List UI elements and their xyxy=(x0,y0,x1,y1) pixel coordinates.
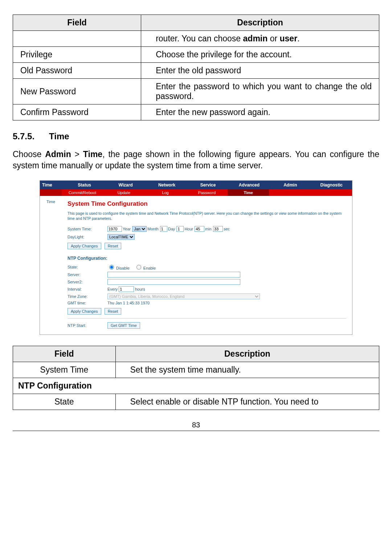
hour-input[interactable] xyxy=(195,226,204,232)
month-val-input[interactable] xyxy=(160,226,167,232)
subtab-log[interactable]: Log xyxy=(145,189,186,196)
field-description-table-2: Field Description System Time Set the sy… xyxy=(13,346,379,410)
sub-tab-bar: Commit/Reboot Update Log Password Time xyxy=(40,189,352,196)
table1-header-field: Field xyxy=(13,15,141,31)
system-time-row: System Time: Year Jan Month Day Hour min… xyxy=(68,226,346,232)
table-row: Privilege Choose the privilege for the a… xyxy=(13,47,379,63)
section-paragraph: Choose Admin > Time, the page shown in t… xyxy=(13,149,379,171)
field-description-table-1: Field Description router. You can choose… xyxy=(13,15,379,120)
table-row: router. You can choose admin or user. xyxy=(13,31,379,47)
table-row: Confirm Password Enter the new password … xyxy=(13,104,379,120)
main-tab-bar: Time Status Wizard Network Service Advan… xyxy=(40,181,352,189)
reset-button-2[interactable]: Reset xyxy=(105,308,122,315)
tab-diagnostic[interactable]: Diagnostic xyxy=(311,181,352,189)
tab-left-label: Time xyxy=(40,181,64,189)
server-input[interactable] xyxy=(107,272,240,278)
cell: router. You can choose admin or user. xyxy=(141,31,379,47)
table2-header-desc: Description xyxy=(115,346,379,362)
apply-changes-button[interactable]: Apply Changes xyxy=(68,243,101,249)
reset-button[interactable]: Reset xyxy=(105,243,122,249)
ntp-state-row: State: Disable Enable xyxy=(68,264,346,270)
subtab-update[interactable]: Update xyxy=(103,189,144,196)
server2-input[interactable] xyxy=(107,279,240,285)
ntp-config-heading: NTP Configuration: xyxy=(68,256,346,261)
config-hint: This page is used to configure the syste… xyxy=(68,211,346,221)
tab-admin[interactable]: Admin xyxy=(270,181,311,189)
year-input[interactable] xyxy=(107,226,122,232)
tab-network[interactable]: Network xyxy=(146,181,187,189)
tab-service[interactable]: Service xyxy=(187,181,228,189)
table1-header-desc: Description xyxy=(141,15,379,31)
apply-changes-button-2[interactable]: Apply Changes xyxy=(68,308,101,315)
config-heading: System Time Configuration xyxy=(68,200,346,208)
tab-advanced[interactable]: Advanced xyxy=(229,181,270,189)
subtab-password[interactable]: Password xyxy=(186,189,228,196)
subtab-commit[interactable]: Commit/Reboot xyxy=(62,189,103,196)
min-input[interactable] xyxy=(213,226,223,232)
sidebar: Time xyxy=(40,196,62,335)
table-row: State Select enable or disable NTP funct… xyxy=(13,394,379,410)
table-row: New Password Enter the password to which… xyxy=(13,79,379,104)
section-heading: 5.7.5.Time xyxy=(13,131,379,141)
page-number: 83 xyxy=(192,421,200,429)
gmt-time-value: Thu Jan 1 1:45:33 1970 xyxy=(107,301,150,305)
sidebar-item-time[interactable]: Time xyxy=(40,200,62,204)
daylight-label: DayLight: xyxy=(68,235,107,239)
system-time-label: System Time: xyxy=(68,227,107,231)
page-footer: 83 xyxy=(13,421,379,431)
tab-status[interactable]: Status xyxy=(64,181,105,189)
section-title: Time xyxy=(49,131,69,141)
timezone-select[interactable]: (GMT) Gambia, Liberia, Morocco, England xyxy=(107,294,260,299)
section-number: 5.7.5. xyxy=(13,131,34,141)
interval-input[interactable] xyxy=(119,286,134,292)
tab-wizard[interactable]: Wizard xyxy=(105,181,146,189)
get-gmt-time-button[interactable]: Get GMT Time xyxy=(107,322,140,329)
daylight-select[interactable]: LocalTIME xyxy=(107,234,135,240)
table-row: Old Password Enter the old password xyxy=(13,63,379,79)
router-screenshot: Time Status Wizard Network Service Advan… xyxy=(40,180,352,335)
table-row: System Time Set the system time manually… xyxy=(13,362,379,378)
subtab-time[interactable]: Time xyxy=(228,189,269,196)
month-select[interactable]: Jan xyxy=(132,226,147,232)
daylight-row: DayLight: LocalTIME xyxy=(68,234,346,240)
table-row: NTP Configuration xyxy=(13,378,379,394)
day-input[interactable] xyxy=(176,226,184,232)
table2-header-field: Field xyxy=(13,346,116,362)
state-disable-radio[interactable]: Disable xyxy=(107,264,130,270)
footer-line xyxy=(13,431,379,431)
state-enable-radio[interactable]: Enable xyxy=(135,264,156,270)
